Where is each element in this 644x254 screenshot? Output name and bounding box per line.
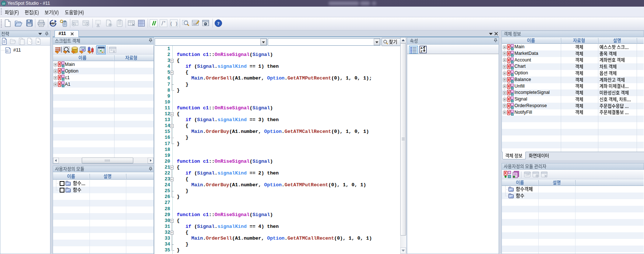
svg-text:OK: OK — [194, 23, 197, 25]
svg-text:( ): ( ) — [170, 21, 178, 27]
svg-text:A: A — [420, 46, 423, 50]
svg-text:ABC: ABC — [50, 22, 56, 25]
svg-text:?: ? — [217, 21, 220, 26]
svg-text:ys: ys — [2, 2, 5, 5]
svg-text:Z: Z — [421, 50, 423, 53]
svg-text:*: * — [163, 21, 166, 25]
